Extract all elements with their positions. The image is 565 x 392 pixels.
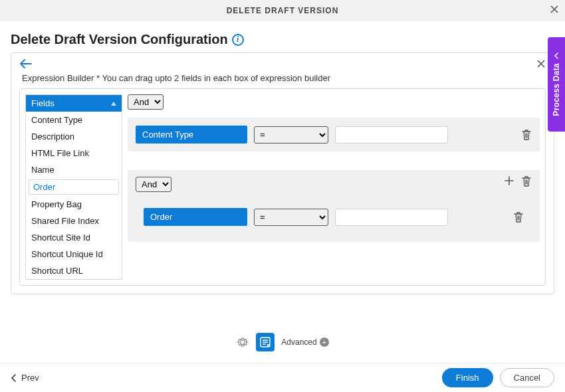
bottom-toolbar: Advanced + (0, 333, 565, 351)
expression-panel: Expression Builder * You can drag upto 2… (11, 52, 554, 294)
expression-builder: Fields Content TypeDescriptionHTML File … (19, 88, 546, 286)
condition-group-1: Content Type =<><<=>>= (128, 118, 540, 151)
circle-plus-icon: + (320, 338, 329, 347)
trash-icon[interactable] (521, 175, 532, 187)
prev-button[interactable]: Prev (11, 373, 39, 383)
value-input-2[interactable] (335, 209, 448, 226)
back-arrow-icon[interactable] (19, 58, 33, 69)
chevron-left-icon (553, 52, 560, 59)
panel-close-icon[interactable] (536, 59, 546, 68)
process-data-tab[interactable]: Process Data (548, 37, 565, 132)
prev-label: Prev (21, 373, 39, 383)
page-title: Delete Draft Version Configuration (11, 32, 228, 47)
advanced-label[interactable]: Advanced + (281, 338, 328, 347)
finish-button[interactable]: Finish (442, 368, 493, 387)
subgroup-conjunction-select[interactable]: AndOr (136, 177, 171, 192)
value-input-1[interactable] (335, 126, 448, 144)
operator-select-1[interactable]: =<><<=>>= (254, 126, 328, 144)
field-item[interactable]: Property Bag (26, 196, 122, 213)
condition-group-2: Order =<><<=>>= (136, 200, 532, 234)
hint-text: Expression Builder * You can drag upto 2… (22, 73, 546, 83)
advanced-label-text: Advanced (281, 338, 316, 347)
trash-icon[interactable] (521, 129, 532, 141)
field-item[interactable]: HTML File Link (26, 145, 122, 161)
process-data-label: Process Data (552, 63, 561, 116)
subgroup: AndOr Order =<><<=>>= (128, 170, 540, 242)
field-item[interactable]: Order (29, 179, 119, 195)
gear-icon[interactable] (236, 336, 249, 349)
advanced-mode-icon[interactable] (256, 333, 275, 351)
trash-icon[interactable] (513, 211, 524, 223)
footer: Prev Finish Cancel (0, 363, 565, 392)
titlebar-text: DELETE DRAFT VERSION (227, 6, 339, 15)
top-conjunction-select[interactable]: AndOr (128, 94, 164, 110)
page-header: Delete Draft Version Configuration i (0, 21, 565, 52)
field-item[interactable]: Shortcut URL (26, 262, 122, 279)
field-item[interactable]: Shared File Index (26, 213, 122, 229)
fields-header[interactable]: Fields (26, 95, 122, 112)
close-icon[interactable] (549, 4, 560, 15)
field-chip-content-type[interactable]: Content Type (136, 126, 247, 144)
fields-list: Fields Content TypeDescriptionHTML File … (25, 94, 122, 280)
field-chip-order[interactable]: Order (144, 208, 247, 226)
sort-asc-icon (111, 102, 116, 106)
field-item[interactable]: Shortcut Site Id (26, 229, 122, 246)
field-item[interactable]: Name (26, 161, 122, 178)
cancel-button[interactable]: Cancel (500, 368, 554, 387)
operator-select-2[interactable]: =<><<=>>= (254, 209, 328, 226)
titlebar: DELETE DRAFT VERSION (0, 0, 565, 21)
field-item[interactable]: Content Type (26, 112, 122, 128)
info-icon[interactable]: i (232, 34, 244, 46)
expression-column: AndOr Content Type =<><<=>>= (128, 94, 540, 280)
fields-header-label: Fields (31, 98, 55, 108)
field-item[interactable]: Description (26, 128, 122, 145)
field-item[interactable]: Shortcut Unique Id (26, 246, 122, 262)
plus-icon[interactable] (504, 175, 514, 187)
